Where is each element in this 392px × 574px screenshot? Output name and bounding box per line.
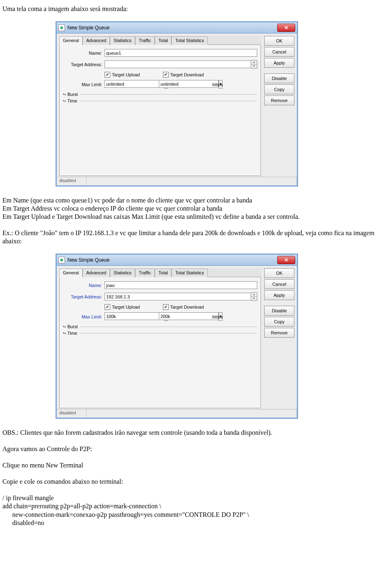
tab-general[interactable]: General <box>59 269 82 277</box>
max-limit-upload-field[interactable] <box>105 80 164 88</box>
label-unit: bits/s <box>212 82 223 87</box>
target-address-stepper[interactable]: ▲▼ <box>251 60 257 69</box>
copy-button[interactable]: Copy <box>264 85 294 94</box>
titlebar: New Simple Queue ✕ <box>57 255 297 266</box>
target-address-field[interactable] <box>105 60 251 68</box>
label-max-limit: Max Limit: <box>63 314 105 319</box>
arrow-icon: ▾▴ <box>63 325 66 328</box>
tab-advanced[interactable]: Advanced <box>82 269 110 277</box>
tab-total-statistics[interactable]: Total Statistics <box>172 36 207 45</box>
code-block: / ip firewall mangle add chain=preroutin… <box>2 494 390 527</box>
label-max-limit: Max Limit: <box>63 82 105 87</box>
target-upload-checkbox[interactable]: ✔ Target Upload <box>105 304 140 310</box>
close-icon[interactable]: ✕ <box>277 256 295 264</box>
paragraph-1: Em Name (que esta como queue1) vc pode d… <box>2 196 390 221</box>
arrow-icon: ▾▴ <box>63 99 66 102</box>
intro-text: Uma tela coma a imagem abaixo será mostr… <box>2 5 390 13</box>
tab-advanced[interactable]: Advanced <box>82 36 110 45</box>
target-download-checkbox[interactable]: ✔ Target Download <box>163 304 204 310</box>
time-collapser[interactable]: ▾▴ Time <box>63 98 257 103</box>
remove-button[interactable]: Remove <box>264 96 294 105</box>
titlebar: New Simple Queue ✕ <box>57 22 297 33</box>
tab-strip: General Advanced Statistics Traffic Tota… <box>59 36 261 45</box>
ok-button[interactable]: OK <box>264 268 294 278</box>
dialog-screenshot-1: New Simple Queue ✕ General Advanced Stat… <box>56 21 390 187</box>
target-upload-checkbox[interactable]: ✔ Target Upload <box>105 72 140 78</box>
tab-total-statistics[interactable]: Total Statistics <box>172 269 207 277</box>
cancel-button[interactable]: Cancel <box>264 279 294 289</box>
remove-button[interactable]: Remove <box>264 328 294 338</box>
tab-total[interactable]: Total <box>155 269 172 277</box>
checkmark-icon: ✔ <box>105 72 110 78</box>
status-disabled: disabled <box>57 177 87 185</box>
paragraph-example: Ex.: O cliente "João" tem o IP 192.168.1… <box>2 229 390 245</box>
disable-button[interactable]: Disable <box>264 73 294 83</box>
cancel-button[interactable]: Cancel <box>264 47 294 57</box>
target-download-checkbox[interactable]: ✔ Target Download <box>163 72 204 78</box>
ok-button[interactable]: OK <box>264 36 294 46</box>
max-limit-upload-field[interactable] <box>105 312 164 320</box>
name-field[interactable] <box>105 281 257 289</box>
arrow-icon: ▾▴ <box>63 93 66 96</box>
label-target-upload: Target Upload <box>112 72 140 77</box>
burst-collapser[interactable]: ▾▴ Burst <box>63 92 257 97</box>
tab-total[interactable]: Total <box>155 36 172 45</box>
app-icon <box>58 24 65 31</box>
apply-button[interactable]: Apply <box>264 290 294 300</box>
max-limit-download-field[interactable] <box>159 312 218 320</box>
apply-button[interactable]: Apply <box>264 58 294 68</box>
copy-button[interactable]: Copy <box>264 317 294 327</box>
status-bar: disabled <box>57 177 297 185</box>
burst-collapser[interactable]: ▾▴ Burst <box>63 324 257 329</box>
status-bar: disabled <box>57 409 297 418</box>
label-name: Name: <box>63 51 105 56</box>
arrow-icon: ▾▴ <box>63 331 66 335</box>
app-icon <box>58 257 65 263</box>
tab-traffic[interactable]: Traffic <box>135 36 155 45</box>
time-collapser[interactable]: ▾▴ Time <box>63 331 257 336</box>
close-icon[interactable]: ✕ <box>277 24 295 32</box>
label-unit: bits/s <box>212 314 223 319</box>
copy-paste-text: Copie e cole os comandos abaixo no termi… <box>2 478 390 486</box>
window-title: New Simple Queue <box>67 257 277 263</box>
window-title: New Simple Queue <box>67 25 277 31</box>
target-address-stepper[interactable]: ▲▼ <box>251 292 257 301</box>
name-field[interactable] <box>105 49 257 57</box>
target-address-field[interactable] <box>105 293 251 300</box>
label-target-address: Target Address: <box>63 294 105 299</box>
tab-traffic[interactable]: Traffic <box>135 269 155 277</box>
tab-statistics[interactable]: Statistics <box>110 269 135 277</box>
checkmark-icon: ✔ <box>105 304 110 310</box>
checkmark-icon: ✔ <box>163 304 169 310</box>
label-target-upload: Target Upload <box>112 305 140 309</box>
status-disabled: disabled <box>57 409 87 418</box>
label-target-download: Target Download <box>170 305 204 309</box>
checkmark-icon: ✔ <box>163 72 169 78</box>
tab-statistics[interactable]: Statistics <box>110 36 135 45</box>
p2p-heading: Agora vamos ao Controle do P2P: <box>2 445 390 453</box>
dialog-screenshot-2: New Simple Queue ✕ General Advanced Stat… <box>56 254 390 419</box>
label-target-address: Target Address: <box>63 62 105 67</box>
label-name: Name: <box>63 283 105 288</box>
tab-strip: General Advanced Statistics Traffic Tota… <box>59 268 261 277</box>
new-terminal-text: Clique no menu New Terminal <box>2 461 390 469</box>
disable-button[interactable]: Disable <box>264 306 294 316</box>
obs-text: OBS.: Clientes que não forem cadastrados… <box>2 429 390 437</box>
tab-general[interactable]: General <box>59 36 82 45</box>
label-target-download: Target Download <box>170 72 204 77</box>
max-limit-download-field[interactable] <box>159 80 218 88</box>
